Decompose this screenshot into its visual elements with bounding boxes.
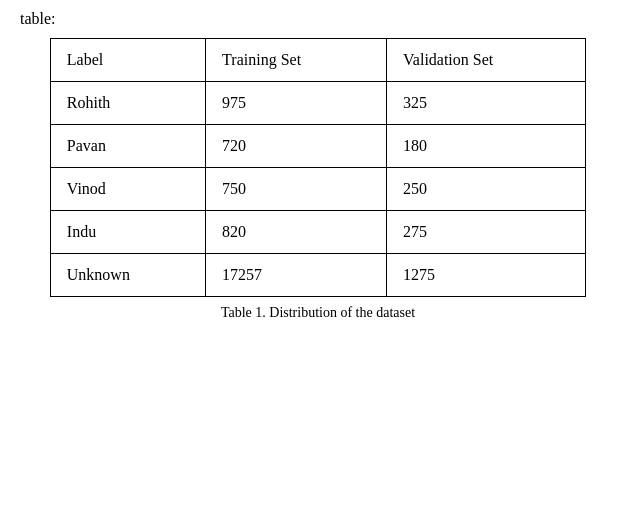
intro-text: table: (20, 10, 616, 28)
table-row: Pavan720180 (50, 125, 585, 168)
cell-validation: 250 (387, 168, 586, 211)
table-header-row: Label Training Set Validation Set (50, 39, 585, 82)
table-row: Vinod750250 (50, 168, 585, 211)
cell-label: Rohith (50, 82, 205, 125)
cell-validation: 325 (387, 82, 586, 125)
table-row: Indu820275 (50, 211, 585, 254)
header-training: Training Set (206, 39, 387, 82)
cell-validation: 180 (387, 125, 586, 168)
cell-label: Unknown (50, 254, 205, 297)
cell-training: 17257 (206, 254, 387, 297)
cell-validation: 1275 (387, 254, 586, 297)
table-wrapper: Label Training Set Validation Set Rohith… (20, 38, 616, 321)
table-row: Unknown172571275 (50, 254, 585, 297)
cell-training: 750 (206, 168, 387, 211)
cell-label: Pavan (50, 125, 205, 168)
cell-validation: 275 (387, 211, 586, 254)
table-caption: Table 1. Distribution of the dataset (221, 305, 415, 321)
cell-training: 820 (206, 211, 387, 254)
cell-label: Indu (50, 211, 205, 254)
table-row: Rohith975325 (50, 82, 585, 125)
cell-training: 975 (206, 82, 387, 125)
cell-training: 720 (206, 125, 387, 168)
header-label: Label (50, 39, 205, 82)
cell-label: Vinod (50, 168, 205, 211)
header-validation: Validation Set (387, 39, 586, 82)
dataset-table: Label Training Set Validation Set Rohith… (50, 38, 586, 297)
